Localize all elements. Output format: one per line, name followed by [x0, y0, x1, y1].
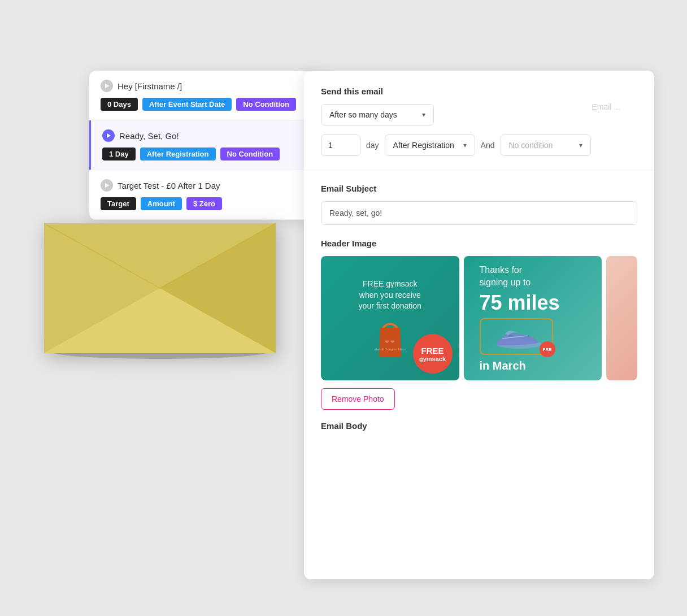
badge-event-start: After Event Start Date: [142, 98, 232, 111]
timing-dropdown-arrow: ▾: [422, 111, 425, 119]
badge-0days: 0 Days: [101, 98, 138, 111]
header-image-2[interactable]: Thanks forsigning up to 75 miles FRE: [464, 256, 602, 380]
email-item-1[interactable]: Hey [Firstname /] › 0 Days After Event S…: [89, 71, 327, 120]
img2-text1: Thanks forsigning up to: [480, 264, 560, 289]
and-label: And: [481, 141, 495, 150]
img2-content: Thanks forsigning up to 75 miles FRE: [473, 257, 567, 379]
svg-text:❤ ❤: ❤ ❤: [384, 339, 395, 345]
svg-marker-0: [105, 84, 109, 88]
remove-photo-button[interactable]: Remove Photo: [321, 388, 395, 410]
free-badge: FREE gymsack: [413, 334, 453, 374]
email-hint: Email ...: [592, 102, 620, 111]
email-title-3: Target Test - £0 After 1 Day: [118, 181, 220, 190]
shoe-icon: [488, 323, 545, 351]
free-badge-text2: gymsack: [419, 355, 446, 362]
envelope-illustration: [33, 195, 287, 359]
badge-row-2: 1 Day After Registration No Condition: [102, 148, 315, 160]
after-reg-arrow: ▾: [463, 141, 467, 149]
right-panel: Send this email Email ... After so many …: [304, 71, 654, 579]
image-gallery: FREE gymsackwhen you receiveyour first d…: [321, 256, 637, 380]
badge-1day: 1 Day: [102, 148, 136, 160]
badge-no-condition-2: No Condition: [220, 148, 280, 160]
play-icon-3: [101, 179, 113, 192]
img2-badge: FRE: [540, 341, 555, 357]
gymsack-icon: ❤ ❤ Helen & Douglas House: [375, 315, 406, 358]
svg-text:Helen & Douglas House: Helen & Douglas House: [375, 348, 406, 351]
section-divider: [304, 170, 654, 170]
email-title-1: Hey [Firstname /]: [118, 81, 182, 91]
condition-arrow: ▾: [579, 141, 582, 149]
email-title-2: Ready, Set, Go!: [119, 131, 179, 141]
badge-after-reg: After Registration: [140, 148, 216, 160]
badge-row-1: 0 Days After Event Start Date No Conditi…: [101, 98, 315, 111]
img2-miles: 75 miles: [480, 292, 560, 314]
timing-row: day After Registration ▾ And No conditio…: [321, 135, 637, 156]
svg-marker-2: [105, 183, 109, 188]
play-icon-1: [101, 80, 113, 92]
day-unit-label: day: [366, 141, 379, 150]
shoe-box: FRE: [480, 318, 553, 355]
day-input[interactable]: [321, 135, 360, 156]
header-image-label: Header Image: [321, 238, 637, 248]
header-image-section: Header Image FREE gymsackwhen you receiv…: [321, 238, 637, 410]
email-subject-input[interactable]: [321, 201, 637, 225]
play-icon-2: [102, 129, 115, 142]
svg-marker-1: [107, 133, 111, 138]
header-image-3[interactable]: [606, 256, 637, 380]
after-registration-select[interactable]: After Registration ▾: [385, 135, 475, 156]
header-image-1[interactable]: FREE gymsackwhen you receiveyour first d…: [321, 256, 459, 380]
img1-text: FREE gymsackwhen you receiveyour first d…: [359, 279, 421, 312]
badge-no-condition-1: No Condition: [236, 98, 296, 111]
img2-sub: in March: [480, 359, 560, 372]
timing-dropdown[interactable]: After so many days ▾: [321, 104, 434, 125]
email-item-2[interactable]: Ready, Set, Go! › 1 Day After Registrati…: [89, 120, 327, 170]
after-registration-value: After Registration: [393, 141, 454, 150]
condition-value: No condition: [509, 141, 553, 150]
send-email-label: Send this email: [321, 86, 637, 96]
email-subject-label: Email Subject: [321, 184, 637, 193]
email-body-label: Email Body: [321, 421, 637, 431]
condition-select[interactable]: No condition ▾: [501, 135, 591, 156]
free-badge-text1: FREE: [421, 346, 443, 355]
timing-dropdown-value: After so many days: [329, 110, 397, 119]
